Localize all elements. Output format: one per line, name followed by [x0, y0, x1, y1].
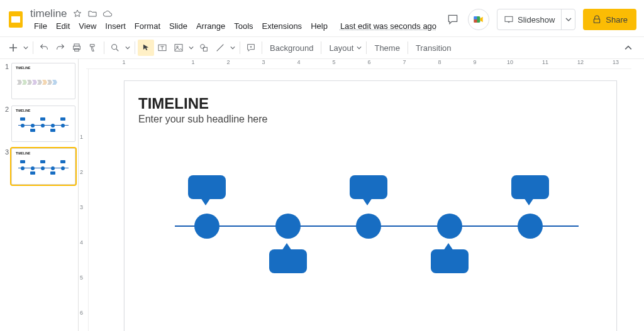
svg-rect-1: [11, 16, 20, 23]
menu-arrange[interactable]: Arrange: [192, 20, 229, 32]
callout-3[interactable]: [350, 175, 387, 199]
svg-rect-5: [505, 16, 513, 21]
timeline-node-5[interactable]: [518, 214, 543, 239]
menu-edit[interactable]: Edit: [52, 20, 74, 32]
callout-4[interactable]: [431, 249, 469, 273]
undo-button[interactable]: [36, 40, 52, 56]
timeline-node-2[interactable]: [275, 214, 301, 239]
ruler-vertical: 1 2 3 4 5 6 7: [79, 69, 89, 331]
share-label: Share: [606, 15, 628, 24]
slide-subtitle[interactable]: Enter your sub headline here: [138, 114, 267, 125]
cloud-status-icon[interactable]: [103, 9, 113, 19]
zoom-dropdown[interactable]: [123, 40, 132, 56]
menu-format[interactable]: Format: [131, 20, 164, 32]
callout-1[interactable]: [188, 175, 226, 199]
menu-bar: File Edit View Insert Format Slide Arran…: [28, 20, 440, 32]
chevron-down-icon: [125, 45, 130, 50]
slideshow-label: Slideshow: [518, 15, 555, 24]
header-right: Slideshow Share: [445, 9, 636, 30]
menu-insert[interactable]: Insert: [101, 20, 130, 32]
filmstrip[interactable]: 1 TIMELINE 2 TIMELINE: [0, 59, 79, 331]
slide-title[interactable]: TIMELINE: [138, 95, 209, 112]
comment-button[interactable]: [243, 40, 259, 56]
lock-icon: [592, 14, 602, 24]
new-slide-button[interactable]: [5, 40, 21, 56]
chevron-down-icon: [189, 45, 194, 50]
slideshow-button[interactable]: Slideshow: [497, 9, 575, 30]
zoom-button[interactable]: [107, 40, 123, 56]
meet-button[interactable]: [468, 9, 489, 30]
line-tool[interactable]: [212, 40, 228, 56]
move-folder-icon[interactable]: [87, 9, 97, 19]
thumb-2[interactable]: 2 TIMELINE: [3, 106, 75, 142]
select-tool[interactable]: [138, 40, 154, 56]
thumb-number: 2: [3, 106, 9, 142]
menu-view[interactable]: View: [75, 20, 100, 32]
layout-button[interactable]: Layout: [324, 43, 355, 53]
menu-help[interactable]: Help: [307, 20, 331, 32]
redo-button[interactable]: [52, 40, 69, 56]
svg-rect-7: [74, 44, 79, 46]
svg-rect-9: [75, 48, 79, 51]
theme-button[interactable]: Theme: [369, 43, 404, 53]
thumb-1[interactable]: 1 TIMELINE: [3, 63, 75, 99]
menu-file[interactable]: File: [30, 20, 51, 32]
timeline-node-3[interactable]: [356, 214, 381, 239]
transition-button[interactable]: Transition: [411, 43, 457, 53]
callout-2[interactable]: [269, 249, 307, 273]
svg-rect-4: [474, 19, 477, 23]
layout-dropdown[interactable]: [355, 40, 364, 56]
slide-canvas[interactable]: TIMELINE Enter your sub headline here: [124, 80, 617, 331]
workspace: 1 TIMELINE 2 TIMELINE: [0, 59, 644, 331]
thumb-3[interactable]: 3 TIMELINE: [3, 148, 75, 185]
last-edit-status[interactable]: Last edit was seconds ago: [336, 20, 440, 32]
svg-point-14: [201, 45, 205, 49]
chevron-down-icon: [357, 45, 362, 50]
slides-app-icon[interactable]: [5, 9, 26, 30]
new-slide-dropdown[interactable]: [21, 40, 30, 56]
textbox-tool[interactable]: [154, 40, 170, 56]
thumb-number: 1: [3, 63, 9, 99]
svg-rect-12: [175, 45, 182, 52]
image-tool[interactable]: [170, 40, 187, 56]
star-icon[interactable]: [72, 9, 82, 19]
comment-history-icon[interactable]: [445, 12, 460, 27]
callout-5[interactable]: [511, 175, 549, 199]
chevron-down-icon: [230, 45, 235, 50]
slideshow-dropdown[interactable]: [561, 9, 575, 30]
menu-tools[interactable]: Tools: [230, 20, 257, 32]
menu-extensions[interactable]: Extensions: [258, 20, 306, 32]
timeline-node-1[interactable]: [194, 214, 219, 239]
svg-rect-3: [474, 16, 477, 19]
share-button[interactable]: Share: [583, 9, 636, 30]
print-button[interactable]: [69, 40, 85, 56]
chevron-down-icon: [565, 16, 572, 23]
image-dropdown[interactable]: [187, 40, 196, 56]
doc-title[interactable]: timeline: [30, 8, 67, 20]
menu-slide[interactable]: Slide: [165, 20, 191, 32]
svg-point-10: [112, 45, 117, 50]
toolbar: Background Layout Theme Transition: [0, 36, 644, 59]
line-dropdown[interactable]: [228, 40, 237, 56]
svg-rect-6: [594, 19, 600, 23]
thumb-number: 3: [3, 148, 9, 185]
stage[interactable]: 1 1 2 3 4 5 6 7 8 9 10 11 12 13 1 2 3 4 …: [79, 59, 644, 331]
chevron-up-icon: [625, 44, 632, 52]
present-icon: [504, 14, 514, 24]
paint-format-button[interactable]: [85, 40, 101, 56]
hide-menus-button[interactable]: [620, 40, 636, 56]
timeline-node-4[interactable]: [437, 214, 462, 239]
doc-title-area: timeline File Edit View Insert Format Sl…: [28, 8, 440, 32]
ruler-horizontal: 1 1 2 3 4 5 6 7 8 9 10 11 12 13: [86, 59, 631, 69]
app-header: timeline File Edit View Insert Format Sl…: [0, 0, 644, 36]
chevron-down-icon: [23, 45, 28, 50]
shape-tool[interactable]: [196, 40, 212, 56]
background-button[interactable]: Background: [265, 43, 318, 53]
timeline-shape[interactable]: [175, 225, 579, 227]
